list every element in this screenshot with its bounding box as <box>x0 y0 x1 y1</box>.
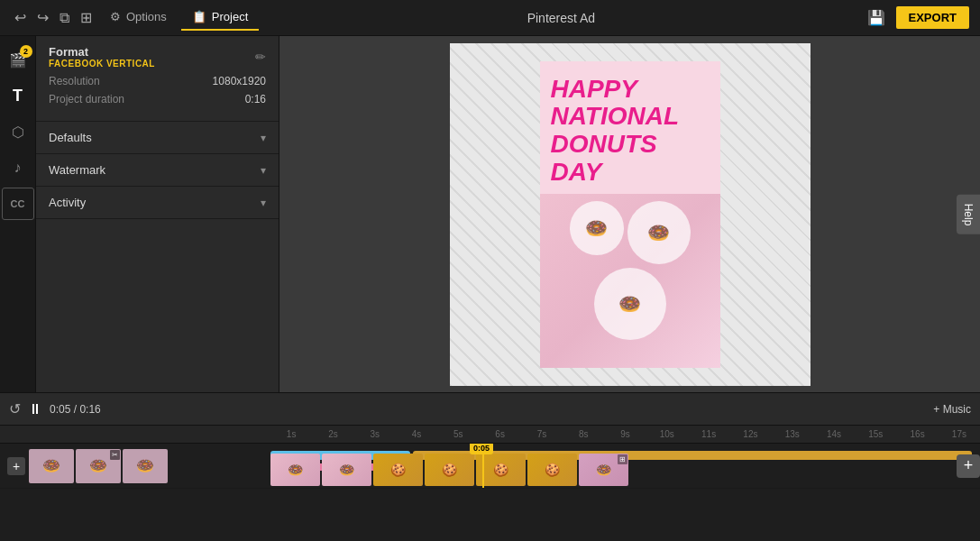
track-thumb-3: 🍩 <box>123 449 168 483</box>
copy-button[interactable]: ⧉ <box>56 5 73 30</box>
playhead-line: 0:05 <box>482 444 484 488</box>
inner-thumb-1: 🍩 <box>270 454 320 486</box>
timeline-ruler: 1s 2s 3s 4s 5s 6s 7s 8s 9s 10s 11s 12s 1… <box>0 426 980 444</box>
activity-arrow-icon: ▾ <box>261 197 266 209</box>
inner-thumb-2: 🍩 <box>322 454 371 486</box>
redo-button[interactable]: ↪ <box>33 5 52 30</box>
format-subtitle: FACEBOOK VERTICAL <box>49 59 155 69</box>
track-thumbnails-left: 🍩 🍩 ✂ 🍩 <box>29 448 168 484</box>
main-area: 🎬 T ⬡ ♪ CC Format FACEBOOK VERTICAL ✏ <box>0 36 980 392</box>
ruler-mark-1s: 1s <box>270 429 312 439</box>
tab-options[interactable]: ⚙ Options <box>99 5 178 31</box>
media-icon: 🎬 <box>9 51 27 69</box>
inner-thumb-7: 🍩 ⊞ <box>579 454 628 486</box>
ruler-mark-8s: 8s <box>563 429 604 439</box>
ad-line1: HAPPY <box>551 76 710 104</box>
bowl-1: 🍩 <box>570 201 624 255</box>
export-button[interactable]: EXPORT <box>896 6 969 29</box>
ruler-mark-14s: 14s <box>813 429 855 439</box>
watermark-section: Watermark ▾ <box>36 154 279 187</box>
save-button[interactable]: 💾 <box>864 5 889 30</box>
defaults-section: Defaults ▾ <box>36 122 279 154</box>
elements-icon: ⬡ <box>12 124 24 141</box>
watermark-title: Watermark <box>49 163 105 177</box>
format-section: Format FACEBOOK VERTICAL ✏ Resolution 10… <box>36 36 279 122</box>
tab-options-label: Options <box>126 10 167 23</box>
ad-image: 🍩 🍩 🍩 <box>540 194 720 368</box>
ruler-mark-15s: 15s <box>855 429 896 439</box>
bowl-row-1: 🍩 🍩 <box>547 201 713 264</box>
duration-value: 0:16 <box>245 93 266 105</box>
thumb-icon-overlay: ⊞ <box>618 454 627 464</box>
inner-thumb-4: 🍪 <box>425 454 474 486</box>
duration-label: Project duration <box>49 93 124 105</box>
ruler-mark-4s: 4s <box>396 429 437 439</box>
watermark-arrow-icon: ▾ <box>261 164 266 177</box>
bowl-decorations: 🍩 🍩 🍩 <box>540 194 720 368</box>
project-icon: 📋 <box>192 10 206 23</box>
ruler-mark-2s: 2s <box>312 429 353 439</box>
format-resolution-row: Resolution 1080x1920 <box>49 72 266 90</box>
sidebar-item-media[interactable]: 🎬 <box>2 43 34 76</box>
format-content: Format FACEBOOK VERTICAL ✏ Resolution 10… <box>36 36 279 121</box>
tab-project-label: Project <box>212 10 248 23</box>
ruler-mark-16s: 16s <box>896 429 938 439</box>
track-thumb-1: 🍩 <box>29 449 74 483</box>
track-inner-thumbnails: 🍩 🍩 🍪 🍪 🍪 🍪 🍩 ⊞ <box>270 454 628 486</box>
clone-button[interactable]: ⊞ <box>77 5 96 30</box>
ruler-mark-3s: 3s <box>354 429 396 439</box>
bowl-row-2: 🍩 <box>547 268 713 340</box>
top-bar-right: 💾 EXPORT <box>864 5 969 30</box>
format-header: Format FACEBOOK VERTICAL ✏ <box>49 45 266 69</box>
add-music-button[interactable]: + Music <box>933 403 971 416</box>
format-edit-icon[interactable]: ✏ <box>255 50 266 64</box>
total-time: 0:16 <box>79 403 100 416</box>
format-title: Format <box>49 45 155 59</box>
ad-line3: DONUTS <box>551 131 710 159</box>
add-clip-button[interactable]: + <box>957 454 980 478</box>
playhead-time-label: 0:05 <box>470 444 493 454</box>
ruler-mark-5s: 5s <box>437 429 479 439</box>
ad-text: HAPPY NATIONAL DONUTS DAY <box>540 61 720 194</box>
top-bar-tabs: ↩ ↪ ⧉ ⊞ ⚙ Options 📋 Project <box>11 5 259 31</box>
format-duration-row: Project duration 0:16 <box>49 90 266 108</box>
add-track-button[interactable]: + <box>7 457 25 475</box>
ad-line4: DAY <box>551 159 710 187</box>
canvas-area: HAPPY NATIONAL DONUTS DAY 🍩 🍩 🍩 <box>279 36 980 392</box>
top-bar: ↩ ↪ ⧉ ⊞ ⚙ Options 📋 Project Pinterest Ad… <box>0 0 980 36</box>
defaults-title: Defaults <box>49 131 92 144</box>
current-time: 0:05 <box>50 403 70 416</box>
activity-title: Activity <box>49 196 86 209</box>
time-display: 0:05 / 0:16 <box>50 403 926 416</box>
icon-sidebar: 🎬 T ⬡ ♪ CC <box>0 36 36 392</box>
undo-button[interactable]: ↩ <box>11 5 30 30</box>
page-title: Pinterest Ad <box>527 11 596 25</box>
watermark-header[interactable]: Watermark ▾ <box>36 154 279 186</box>
sidebar-item-elements[interactable]: ⬡ <box>2 115 34 148</box>
ruler-mark-12s: 12s <box>729 429 771 439</box>
tab-project[interactable]: 📋 Project <box>181 5 259 31</box>
bowl-3: 🍩 <box>594 268 666 340</box>
thumb-scissors-icon: ✂ <box>110 450 120 460</box>
timeline-controls: ↺ ⏸ 0:05 / 0:16 + Music <box>0 393 980 426</box>
inner-thumb-3: 🍪 <box>373 454 423 486</box>
help-button[interactable]: Help <box>957 194 980 234</box>
replay-button[interactable]: ↺ <box>9 400 21 417</box>
sidebar-item-text[interactable]: T <box>2 79 34 112</box>
defaults-header[interactable]: Defaults ▾ <box>36 122 279 153</box>
panel: Format FACEBOOK VERTICAL ✏ Resolution 10… <box>36 36 279 392</box>
music-icon: ♪ <box>14 160 22 176</box>
pause-button[interactable]: ⏸ <box>28 401 42 417</box>
sidebar-item-music[interactable]: ♪ <box>2 151 34 184</box>
activity-section: Activity ▾ <box>36 187 279 219</box>
ruler-mark-17s: 17s <box>939 429 980 439</box>
ruler-mark-9s: 9s <box>604 429 646 439</box>
sidebar-item-captions[interactable]: CC <box>2 188 34 220</box>
ruler-mark-6s: 6s <box>479 429 520 439</box>
track-label-area: + 🍩 🍩 ✂ 🍩 <box>0 444 270 488</box>
activity-header[interactable]: Activity ▾ <box>36 187 279 218</box>
track-content-1: 0:05 🍩 🍩 🍪 🍪 🍪 🍪 🍩 ⊞ + <box>270 444 980 488</box>
resolution-label: Resolution <box>49 75 100 87</box>
ad-line2: NATIONAL <box>551 103 710 131</box>
text-icon: T <box>13 87 23 105</box>
